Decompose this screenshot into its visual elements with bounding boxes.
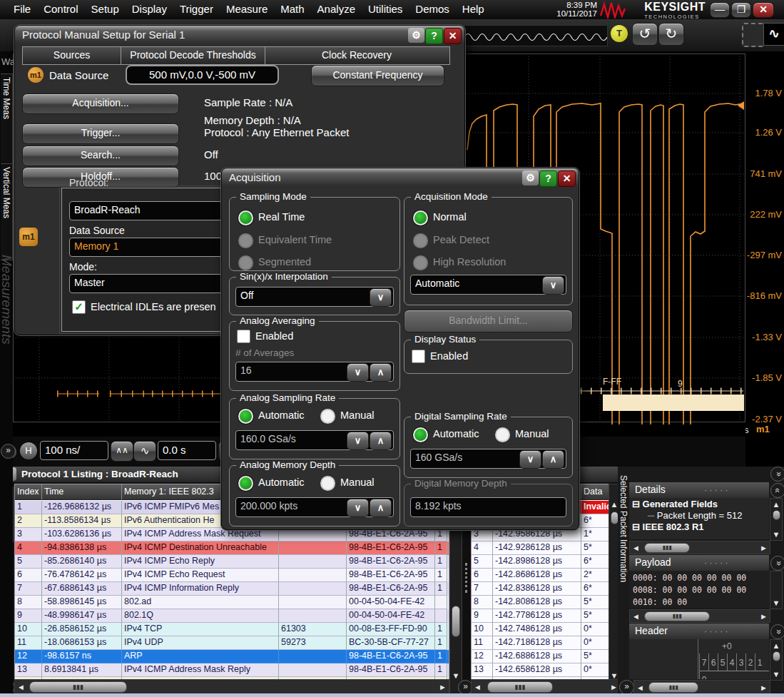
header-hscroll-left[interactable]: ◄ <box>636 683 644 692</box>
listing2-row-8[interactable]: 8-142.8086128 µs5* <box>472 596 609 609</box>
header-hscrollbar[interactable]: ◄ ▮▮▮ ► <box>633 680 770 695</box>
listing2-row-6[interactable]: 6-142.8686128 µs2* <box>472 569 609 582</box>
listing2-row-7[interactable]: 7-142.8386128 µs6* <box>472 582 609 596</box>
payload-hscrollbar[interactable]: ◄ ▮▮▮ ► <box>629 609 770 623</box>
payload-hex-view[interactable]: 0000: 00 00 00 00 00 000008: 00 00 00 00… <box>629 571 769 608</box>
region-select-tool-button[interactable] <box>742 23 765 47</box>
idle-checkbox[interactable]: ✓ <box>72 300 86 314</box>
details-hscroll-left[interactable]: ◄ <box>632 544 640 552</box>
tree-collapse-icon[interactable]: ⊟ <box>632 522 640 532</box>
listing2-hscroll-left[interactable]: ◄ <box>474 683 482 691</box>
details-tree[interactable]: ⊟ Generated Fields ─ Packet Length = 512… <box>629 498 769 539</box>
details-hscroll-thumb[interactable]: ▮▮▮ <box>644 543 690 553</box>
column-header[interactable]: Index <box>15 484 42 500</box>
menu-display[interactable]: Display <box>126 0 173 18</box>
close-app-button[interactable]: ✕ <box>753 2 774 18</box>
undo-button[interactable]: ↺ <box>632 23 658 46</box>
listing2-hscrollbar[interactable]: ◄ ▮▮▮ ► <box>471 679 621 695</box>
dsr-manual-radio[interactable] <box>495 427 510 442</box>
listing-row-13[interactable]: 138.6913841 µsIPv4 ICMP Address Mask Rep… <box>15 663 449 677</box>
protocol-dialog-help-button[interactable]: ? <box>425 28 443 44</box>
listing2-row-5[interactable]: 5-142.8986128 µs6* <box>472 555 609 569</box>
radio-real-time[interactable] <box>238 210 253 225</box>
header-section-header[interactable]: Header····· <box>629 624 769 639</box>
header-collapse-button[interactable]: » <box>770 624 784 639</box>
payload-vscrollbar[interactable]: ▼ <box>770 571 783 609</box>
minimize-button[interactable]: — <box>710 2 730 18</box>
payload-hscroll-thumb[interactable]: ▮▮▮ <box>644 611 710 621</box>
thresholds-button[interactable]: 500 mV,0.0 V,-500 mV <box>126 65 279 85</box>
payload-section-header[interactable]: Payload····· <box>629 555 769 571</box>
amd-manual-radio[interactable] <box>320 476 335 491</box>
zoom-in-time-button[interactable]: ∿ <box>133 441 156 462</box>
details-hscrollbar[interactable]: ◄ ▮▮▮ ► <box>629 541 770 554</box>
tree-leaf-packet-length[interactable]: Packet Length = 512 <box>657 510 743 521</box>
listing-row-7[interactable]: 7-67.6886143 µsIPv4 ICMP Information Rep… <box>15 582 449 596</box>
clock-recovery-button[interactable]: Constant Frequency <box>311 65 444 86</box>
listing-hscroll-right[interactable]: ► <box>439 683 447 691</box>
details-hscroll-right[interactable]: ► <box>760 544 768 552</box>
column-header[interactable]: Time <box>42 484 122 500</box>
protocol-dialog-gear-button[interactable]: ⚙ <box>408 28 424 43</box>
asr-automatic-radio[interactable] <box>238 409 253 424</box>
radio-normal[interactable] <box>413 210 428 225</box>
listing-row-6[interactable]: 6-76.4786142 µsIPv4 ICMP Echo Request98-… <box>15 569 449 582</box>
payload-collapse-button[interactable]: » <box>770 556 784 571</box>
header-vscroll-down[interactable]: ▼ <box>772 670 780 678</box>
acquisition-gear-button[interactable]: ⚙ <box>522 171 539 185</box>
tree-node-ieee[interactable]: IEEE 802.3 R1 <box>643 522 704 532</box>
menu-file[interactable]: File <box>7 0 37 18</box>
horizontal-badge[interactable]: H <box>20 442 37 459</box>
trigger-button[interactable]: Trigger... <box>22 123 179 144</box>
listing2-hscroll-thumb[interactable]: ▮▮▮ <box>487 681 553 693</box>
amd-increment[interactable]: ∧ <box>370 499 392 517</box>
table-divider-grip[interactable] <box>465 563 467 593</box>
menu-measure[interactable]: Measure <box>220 0 274 18</box>
dsr-increment[interactable]: ∧ <box>542 450 564 469</box>
trigger-level-marker[interactable] <box>738 101 744 110</box>
payload-hscroll-right[interactable]: ► <box>760 612 768 621</box>
m1-channel-icon[interactable]: m1 <box>19 228 38 246</box>
asr-manual-radio[interactable] <box>320 409 335 424</box>
header-vscroll-up[interactable]: ▲ <box>772 641 780 650</box>
details-vscroll-up[interactable]: ▲ <box>772 500 780 509</box>
num-averages-decrement[interactable]: ∨ <box>347 363 369 382</box>
panel-collapse-all-button[interactable]: » <box>770 467 784 482</box>
expand-left-panel-button[interactable]: » <box>1 444 16 459</box>
acquisition-button[interactable]: Acquisition... <box>22 93 179 114</box>
menu-math[interactable]: Math <box>274 0 310 18</box>
menu-help[interactable]: Help <box>456 0 491 18</box>
amd-automatic-radio[interactable] <box>238 476 253 491</box>
tree-collapse-icon[interactable]: ⊟ <box>632 499 640 509</box>
listing2-row-9[interactable]: 9-142.7786128 µs5* <box>472 609 609 623</box>
waveform-zoom-tool-button[interactable]: ∿ <box>763 23 784 46</box>
header-hscroll-thumb[interactable]: ▮▮▮ <box>648 682 698 693</box>
listing2-row-11[interactable]: 11-142.7186128 µs0* <box>472 636 609 650</box>
num-averages-increment[interactable]: ∧ <box>370 363 392 382</box>
details-vscroll-thumb[interactable] <box>773 510 780 520</box>
listing-hscrollbar[interactable]: ◄ ▮▮▮ ► <box>14 679 449 695</box>
restore-button[interactable]: ❐ <box>731 2 751 18</box>
header-bitfield-view[interactable]: +0 76543210 <box>629 639 769 679</box>
tree-node-generated-fields[interactable]: Generated Fields <box>643 499 718 509</box>
listing-row-11[interactable]: 11-18.0686153 µsIPv4 UDP59273BC-30-5B-CF… <box>15 636 449 650</box>
details-section-header[interactable]: Details····· <box>629 482 769 498</box>
details-vscrollbar[interactable]: ▲ ▼ <box>770 498 783 541</box>
zoom-out-time-button[interactable]: ∧∧ <box>111 441 133 462</box>
listing2-row-12[interactable]: 12-142.6886128 µs5* <box>472 650 609 663</box>
display-status-checkbox[interactable] <box>412 350 425 363</box>
listing-row-4[interactable]: 4-94.8386138 µsIPv4 ICMP Destination Unr… <box>15 541 449 555</box>
dsr-decrement[interactable]: ∨ <box>519 450 541 469</box>
menu-control[interactable]: Control <box>37 0 84 18</box>
tab-clock-recovery[interactable]: Clock Recovery <box>265 47 448 64</box>
timebase-scale-field[interactable]: 100 ns/ <box>40 441 108 460</box>
payload-hscroll-left[interactable]: ◄ <box>632 612 640 621</box>
details-collapse-button[interactable]: » <box>770 483 784 498</box>
acquisition-dialog-titlebar[interactable]: Acquisition ⚙ ? ✕ <box>222 168 579 188</box>
acquisition-close-button[interactable]: ✕ <box>558 171 576 187</box>
protocol-dialog-titlebar[interactable]: Protocol Manual Setup for Serial 1 ⚙ ? ✕ <box>15 26 464 45</box>
listing-row-9[interactable]: 9-48.9986147 µs802.1Q00-04-50-04-FE-42 <box>15 609 449 623</box>
amd-decrement[interactable]: ∨ <box>347 499 369 517</box>
listing-hscroll-left[interactable]: ◄ <box>17 683 25 691</box>
tab-protocol-decode-thresholds[interactable]: Protocol Decode Thresholds <box>121 47 265 64</box>
